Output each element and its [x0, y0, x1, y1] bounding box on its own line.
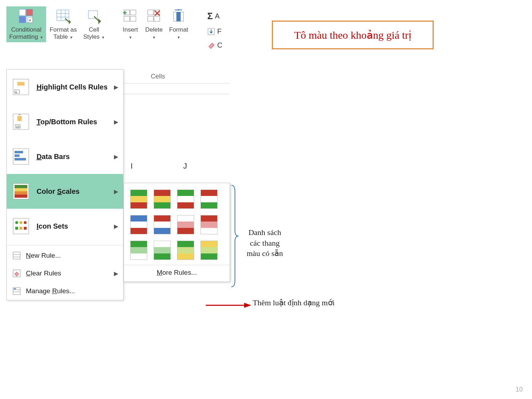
highlight-rules-icon: ≤: [12, 78, 30, 96]
svg-rect-28: [17, 116, 22, 121]
svg-rect-38: [15, 191, 27, 195]
chevron-right-icon: ▶: [114, 153, 118, 160]
svg-text:10: 10: [16, 125, 20, 129]
menu-icon-sets[interactable]: Icon Sets ▶ Icon Sets: [7, 209, 123, 244]
cell-styles-button[interactable]: Cell Styles ▼: [80, 6, 108, 42]
svg-rect-21: [176, 12, 181, 21]
color-scales-gallery: More Rules...More Rules...: [124, 183, 230, 282]
svg-rect-16: [148, 10, 153, 15]
svg-rect-36: [15, 185, 27, 188]
icon-sets-icon: [12, 217, 30, 235]
menu-clear-rules[interactable]: Clear Rules ▶ Clear Rules: [7, 264, 123, 282]
insert-button[interactable]: Insert▼: [119, 6, 142, 42]
chevron-right-icon: ▶: [114, 270, 118, 277]
conditional-formatting-label: Conditional Formatting ▼: [9, 26, 43, 41]
insert-label: Insert▼: [123, 26, 138, 41]
svg-point-43: [24, 221, 27, 224]
editing-group: ΣA F C: [207, 11, 222, 49]
svg-rect-45: [20, 227, 22, 230]
autosum-button[interactable]: ΣA: [207, 11, 222, 22]
ribbon: ≠ Conditional Formatting ▼ Format as Tab…: [6, 6, 192, 42]
svg-rect-39: [15, 195, 27, 198]
cells-group-label: Cells: [151, 73, 165, 80]
svg-rect-37: [15, 188, 27, 191]
scale-white-green[interactable]: [154, 241, 171, 260]
fill-down-icon: [207, 28, 215, 35]
color-scales-icon: [12, 182, 30, 201]
cell-styles-icon: [86, 8, 103, 25]
svg-rect-46: [24, 227, 27, 230]
scale-red-white[interactable]: [201, 215, 218, 234]
menu-new-rule[interactable]: New Rule... New Rule...: [7, 247, 123, 264]
fill-button[interactable]: F: [207, 27, 222, 35]
chevron-right-icon: ▶: [114, 223, 118, 230]
svg-rect-18: [148, 16, 153, 21]
delete-icon: [146, 8, 163, 25]
chevron-right-icon: ▶: [114, 119, 118, 125]
scale-yellow-green[interactable]: [201, 241, 218, 260]
manage-rules-icon: [12, 286, 22, 296]
svg-text:≠: ≠: [29, 18, 31, 22]
scale-green-yellow-red[interactable]: [130, 190, 147, 209]
format-label: Format▼: [169, 26, 188, 41]
clear-button[interactable]: C: [207, 41, 222, 49]
delete-label: Delete▼: [145, 26, 163, 41]
data-bars-icon: [12, 147, 30, 166]
menu-color-scales[interactable]: Color Scales ▶ Color Scales: [7, 174, 123, 209]
svg-rect-24: [17, 82, 24, 86]
conditional-formatting-icon: ≠: [18, 8, 35, 25]
menu-highlight-cells-rules[interactable]: ≤ HHighlight Cells Rulesighlight Cells R…: [7, 70, 123, 104]
conditional-formatting-menu: ≤ HHighlight Cells Rulesighlight Cells R…: [6, 69, 124, 300]
svg-rect-34: [15, 158, 26, 160]
chevron-right-icon: ▶: [114, 188, 118, 195]
page-number: 10: [516, 386, 523, 393]
bracket-annotation: [231, 185, 239, 288]
svg-text:≤: ≤: [15, 90, 17, 94]
svg-rect-47: [13, 252, 20, 259]
column-header-i: I: [131, 162, 133, 171]
svg-rect-6: [57, 10, 69, 21]
clear-rules-icon: [12, 268, 22, 278]
format-icon: [170, 8, 187, 25]
insert-icon: [122, 8, 139, 25]
format-as-table-icon: [55, 8, 72, 25]
scale-white-red[interactable]: [177, 215, 194, 234]
svg-rect-32: [15, 151, 23, 153]
annotation-more-rules: Thêm luật định dạng mới: [253, 298, 335, 307]
svg-rect-2: [19, 16, 26, 23]
scale-red-yellow-green[interactable]: [154, 190, 171, 209]
menu-top-bottom-rules[interactable]: 10 Top/Bottom Rules ▶ Top/Bottom Rules: [7, 104, 123, 139]
svg-rect-14: [124, 16, 130, 21]
scale-blue-white-red[interactable]: [130, 215, 147, 234]
delete-button[interactable]: Delete▼: [142, 6, 165, 42]
conditional-formatting-button[interactable]: ≠ Conditional Formatting ▼: [6, 6, 46, 42]
scale-green-yellow[interactable]: [177, 241, 194, 260]
menu-manage-rules[interactable]: Manage Rules... Manage Rules...: [7, 282, 123, 300]
svg-rect-19: [154, 16, 160, 21]
svg-rect-1: [26, 9, 33, 16]
svg-marker-56: [244, 303, 251, 308]
format-button[interactable]: Format▼: [166, 6, 191, 42]
cell-styles-label: Cell Styles ▼: [83, 26, 105, 41]
column-header-j: J: [183, 162, 187, 171]
scale-green-white[interactable]: [130, 241, 147, 260]
top-bottom-icon: 10: [12, 113, 30, 131]
svg-rect-15: [130, 16, 136, 21]
scale-red-white-green[interactable]: [201, 190, 218, 209]
svg-point-42: [20, 221, 22, 224]
format-as-table-button[interactable]: Format as Table ▼: [47, 6, 80, 42]
svg-rect-44: [15, 227, 18, 230]
callout-title: Tô màu theo khoảng giá trị: [272, 21, 434, 49]
format-as-table-label: Format as Table ▼: [50, 26, 77, 41]
svg-rect-0: [19, 9, 26, 16]
svg-rect-11: [88, 11, 98, 18]
scale-green-white-red[interactable]: [177, 190, 194, 209]
svg-point-41: [15, 221, 18, 224]
svg-rect-33: [15, 154, 20, 157]
more-rules[interactable]: More Rules...More Rules...: [124, 265, 230, 279]
annotation-scale-list: Danh sách các thang màu có sẵn: [247, 227, 283, 259]
scale-red-white-blue[interactable]: [154, 215, 171, 234]
new-rule-icon: [12, 251, 22, 261]
svg-rect-40: [13, 218, 29, 234]
menu-data-bars[interactable]: Data Bars ▶ Data Bars: [7, 139, 123, 174]
